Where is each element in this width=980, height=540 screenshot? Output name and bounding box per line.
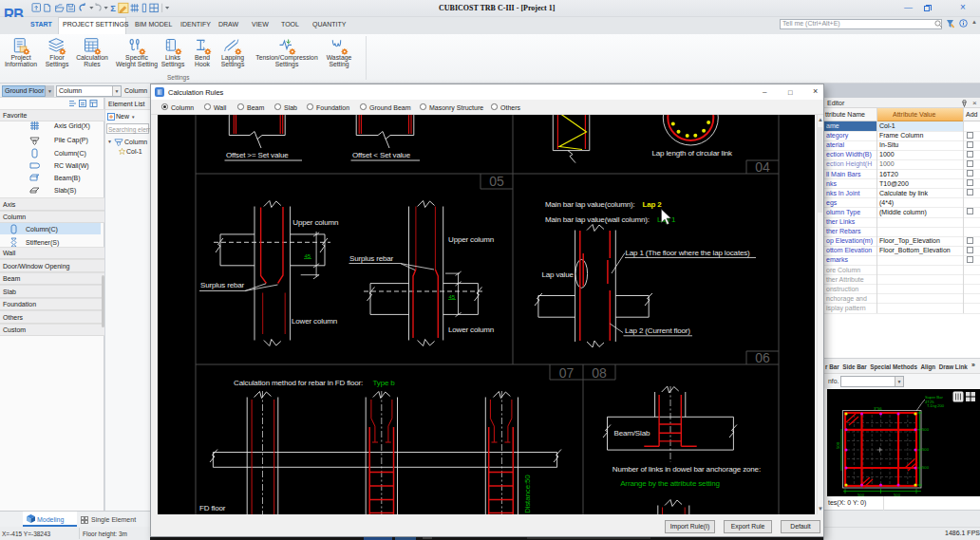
svg-text:Lap value: Lap value <box>542 270 575 279</box>
svg-text:Lap 2 (Current floor): Lap 2 (Current floor) <box>625 326 690 335</box>
svg-text:Lap 2: Lap 2 <box>643 200 663 209</box>
svg-text:04: 04 <box>755 159 770 175</box>
svg-text:500: 500 <box>894 493 901 497</box>
svg-text:FD floor: FD floor <box>199 504 226 512</box>
svg-text:Offset < Set value: Offset < Set value <box>352 151 411 159</box>
svg-text:Upper column: Upper column <box>292 218 338 227</box>
svg-text:Distance:50: Distance:50 <box>523 475 532 513</box>
svg-text:Offset >= Set value: Offset >= Set value <box>226 151 289 159</box>
svg-text:Lap 1 (The floor where the lap: Lap 1 (The floor where the lap locates) <box>626 249 751 257</box>
svg-text:Lower column: Lower column <box>448 326 494 334</box>
svg-text:500: 500 <box>922 447 930 452</box>
svg-text:500: 500 <box>922 427 930 432</box>
svg-text:Number of links in dowel bar a: Number of links in dowel bar anchorage z… <box>612 465 761 474</box>
svg-text:3*56: 3*56 <box>874 406 882 411</box>
svg-text:06: 06 <box>755 350 770 365</box>
svg-text:500: 500 <box>836 441 840 449</box>
svg-text:05: 05 <box>489 174 504 189</box>
svg-text:07: 07 <box>559 365 575 381</box>
svg-text:T-Dig:200: T-Dig:200 <box>927 403 945 408</box>
svg-text:Beam/Slab: Beam/Slab <box>614 429 650 438</box>
svg-text:Calculation method for rebar i: Calculation method for rebar in FD floor… <box>234 379 363 387</box>
svg-text:Surplus rebar: Surplus rebar <box>349 254 394 263</box>
svg-text:Σ: Σ <box>110 4 116 13</box>
svg-text:Lap length of circular link: Lap length of circular link <box>652 149 734 158</box>
svg-text:45: 45 <box>305 253 311 259</box>
svg-text:Surplus rebar: Surplus rebar <box>200 281 245 289</box>
svg-text:08: 08 <box>592 365 607 381</box>
svg-text:45: 45 <box>449 294 456 300</box>
svg-text:Arrange by the attribute setti: Arrange by the attribute setting <box>620 479 720 488</box>
svg-text:Lower column: Lower column <box>292 317 337 326</box>
svg-text:Type b: Type b <box>373 379 396 387</box>
svg-text:Main bar lap value(wall column: Main bar lap value(wall column): <box>545 215 650 224</box>
svg-text:Main bar lap value(column):: Main bar lap value(column): <box>545 200 635 209</box>
svg-text:500: 500 <box>858 493 865 497</box>
svg-text:500: 500 <box>922 465 930 470</box>
svg-text:Upper column: Upper column <box>448 235 494 244</box>
